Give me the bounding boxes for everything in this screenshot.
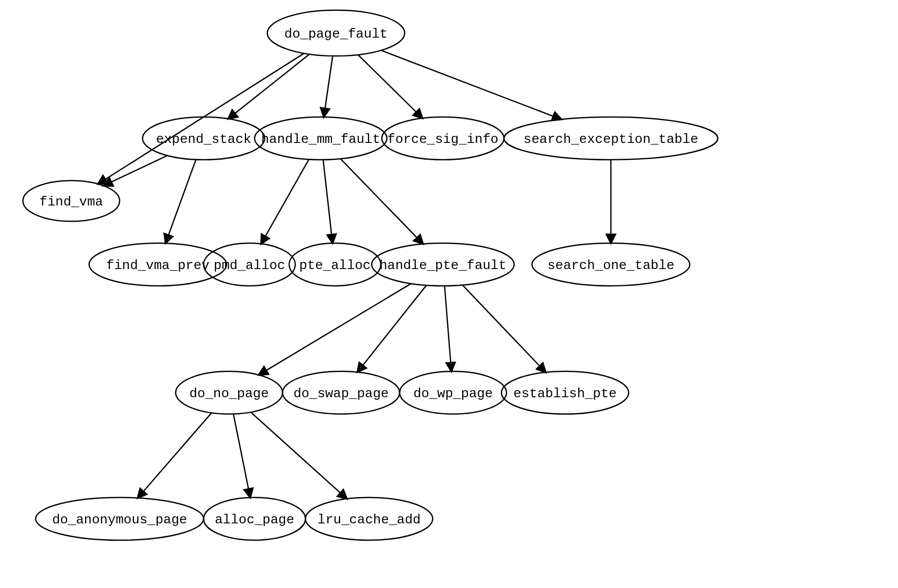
node-search_one_table: search_one_table [532,243,690,286]
node-label-find_vma_prev: find_vma_prev [106,258,210,273]
edge-do_no_page-to-do_anonymous_page [138,413,212,498]
node-label-handle_pte_fault: handle_pte_fault [379,258,507,273]
node-label-force_sig_info: force_sig_info [387,132,498,147]
node-force_sig_info: force_sig_info [382,117,504,160]
node-label-do_wp_page: do_wp_page [413,386,493,401]
edge-handle_pte_fault-to-establish_pte [462,285,545,372]
node-handle_pte_fault: handle_pte_fault [372,243,514,286]
edge-do_page_fault-to-handle_mm_fault [324,56,332,117]
edge-handle_pte_fault-to-do_no_page [259,284,411,375]
node-do_page_fault: do_page_fault [267,10,405,56]
edge-do_page_fault-to-force_sig_info [358,55,423,119]
node-do_no_page: do_no_page [176,371,283,414]
node-label-do_page_fault: do_page_fault [285,26,388,42]
node-expend_stack: expend_stack [143,117,265,160]
node-do_wp_page: do_wp_page [400,371,507,414]
edge-do_no_page-to-lru_cache_add [251,412,347,498]
node-find_vma: find_vma [23,181,120,221]
node-label-do_anonymous_page: do_anonymous_page [52,512,187,527]
node-label-search_exception_table: search_exception_table [523,132,698,147]
node-establish_pte: establish_pte [501,371,629,414]
node-label-lru_cache_add: lru_cache_add [318,512,421,527]
edge-do_no_page-to-alloc_page [233,414,250,497]
node-label-pte_alloc: pte_alloc [299,258,371,273]
node-label-pmd_alloc: pmd_alloc [214,258,285,273]
edge-handle_mm_fault-to-pte_alloc [323,160,333,243]
node-do_anonymous_page: do_anonymous_page [36,497,204,540]
call-graph-diagram: do_page_faultexpend_stackhandle_mm_fault… [0,0,898,588]
node-label-find_vma: find_vma [40,194,103,210]
node-handle_mm_fault: handle_mm_fault [255,117,387,160]
node-label-handle_mm_fault: handle_mm_fault [261,132,380,147]
edge-do_page_fault-to-expend_stack [228,54,310,119]
edge-expend_stack-to-find_vma_prev [165,160,196,244]
edge-handle_mm_fault-to-handle_pte_fault [341,159,423,244]
node-pte_alloc: pte_alloc [289,243,381,286]
edge-do_page_fault-to-find_vma [98,53,304,184]
node-find_vma_prev: find_vma_prev [89,243,227,286]
node-do_swap_page: do_swap_page [283,371,400,414]
edge-handle_mm_fault-to-pmd_alloc [261,159,309,244]
node-pmd_alloc: pmd_alloc [204,243,295,286]
node-label-do_no_page: do_no_page [189,386,269,401]
node-label-expend_stack: expend_stack [156,132,251,147]
node-label-alloc_page: alloc_page [215,512,294,527]
node-search_exception_table: search_exception_table [504,117,718,160]
edge-do_page_fault-to-search_exception_table [381,50,562,120]
node-label-search_one_table: search_one_table [547,258,675,273]
node-label-establish_pte: establish_pte [514,386,617,401]
edge-handle_pte_fault-to-do_wp_page [444,286,451,371]
edge-handle_pte_fault-to-do_swap_page [357,285,427,372]
node-lru_cache_add: lru_cache_add [305,497,433,540]
node-label-do_swap_page: do_swap_page [293,386,388,401]
node-alloc_page: alloc_page [204,497,305,540]
